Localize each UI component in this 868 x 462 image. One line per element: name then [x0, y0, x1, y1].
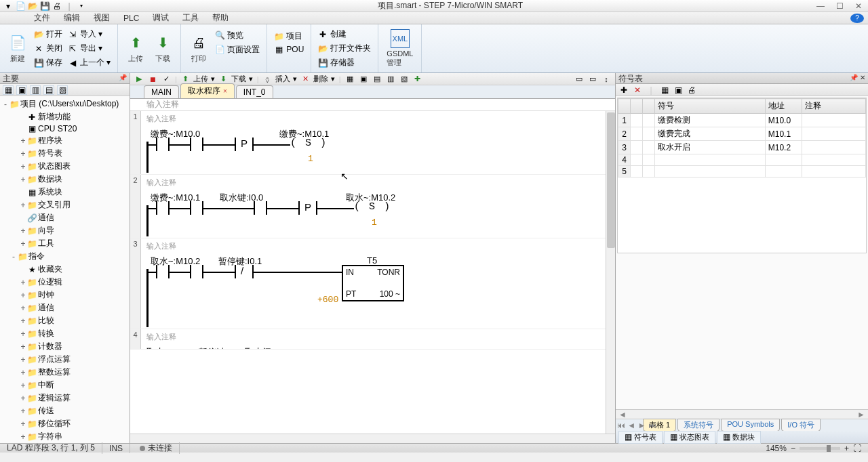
- tree-item[interactable]: +📁工具: [0, 237, 130, 250]
- program-comment[interactable]: 输入注释: [130, 99, 615, 111]
- tree-item[interactable]: +📁向导: [0, 224, 130, 237]
- editor-tab[interactable]: 取水程序×: [180, 83, 235, 98]
- lt-btn-2[interactable]: ▣: [16, 85, 27, 95]
- tb-insert-button[interactable]: ⎀插入 ▾: [262, 74, 298, 84]
- ribbon-export-button[interactable]: ⇱导出 ▾: [65, 42, 113, 55]
- close-button[interactable]: ✕: [852, 1, 865, 11]
- zoom-out-icon[interactable]: −: [791, 444, 795, 453]
- tb-misc-5[interactable]: ▧: [398, 75, 410, 84]
- rung-3[interactable]: 3 输入注释 取水~:M10.2 暂停键:I0.1: [130, 238, 615, 329]
- ladder-area[interactable]: 1 输入注释 缴费~:M10.0: [130, 111, 615, 434]
- tb-delete-button[interactable]: ✕删除 ▾: [300, 74, 336, 84]
- tree-item[interactable]: +📁交叉引用: [0, 198, 130, 211]
- zoom-slider[interactable]: [800, 447, 840, 450]
- lt-btn-1[interactable]: ▦: [3, 85, 14, 95]
- rt-btn-4[interactable]: ▣: [673, 85, 684, 95]
- ribbon-gsdml-button[interactable]: XML GSDML 管理: [382, 26, 417, 71]
- ribbon-storage-button[interactable]: 💾存储器: [315, 56, 374, 69]
- rung-4[interactable]: 4 输入注释 取水~:M10.2 暂停键:I0.1 取水阀:Q0.0: [130, 329, 615, 350]
- symbol-table[interactable]: 符号 地址 注释 1缴费检测M10.02缴费完成M10.13取水开启M10.24…: [617, 98, 867, 253]
- col-address[interactable]: 地址: [765, 99, 802, 114]
- tb-misc-1[interactable]: ▦: [344, 75, 356, 84]
- tb-compile-icon[interactable]: ✓: [160, 75, 172, 84]
- ribbon-save-button[interactable]: 💾保存: [31, 56, 65, 69]
- status-zoom[interactable]: 145%: [766, 444, 787, 453]
- vertical-scrollbar[interactable]: [606, 111, 615, 434]
- ribbon-close-button[interactable]: ✕关闭: [31, 42, 65, 55]
- tb-end-3[interactable]: ↕: [600, 75, 612, 84]
- symbol-row[interactable]: 3取水开启M10.2: [618, 141, 866, 154]
- rt-btn-2[interactable]: ✕: [632, 85, 643, 95]
- horizontal-scrollbar[interactable]: [130, 434, 615, 443]
- set-coil[interactable]: ( S ): [290, 138, 328, 149]
- ribbon-project-button[interactable]: 📁项目: [271, 30, 307, 43]
- symbol-row[interactable]: 4: [618, 154, 866, 166]
- menu-view[interactable]: 视图: [87, 12, 117, 24]
- tree-item[interactable]: +📁移位循环: [0, 417, 130, 430]
- tb-download-button[interactable]: ⬇下载 ▾: [218, 74, 254, 84]
- tree-item[interactable]: +📁逻辑运算: [0, 392, 130, 404]
- tree-item[interactable]: +📁转换: [0, 327, 130, 340]
- ribbon-new-button[interactable]: 📄 新建: [4, 26, 31, 71]
- col-symbol[interactable]: 符号: [655, 99, 766, 114]
- symbol-tab[interactable]: POU Symbols: [721, 419, 780, 432]
- minimize-button[interactable]: —: [814, 1, 827, 11]
- symbol-row[interactable]: 5: [618, 166, 866, 177]
- qat-save-icon[interactable]: 💾: [39, 1, 50, 12]
- tree-item[interactable]: +📁比较: [0, 314, 130, 327]
- tree-item[interactable]: +📁传送: [0, 404, 130, 417]
- menu-file[interactable]: 文件: [27, 12, 57, 24]
- timer-block[interactable]: INTONR PT100 ~: [342, 265, 404, 301]
- tb-misc-2[interactable]: ▣: [357, 75, 370, 84]
- help-icon[interactable]: ?: [850, 14, 864, 23]
- tab-close-icon[interactable]: ×: [223, 87, 227, 95]
- maximize-button[interactable]: ☐: [833, 1, 846, 11]
- tree-item[interactable]: +📁位逻辑: [0, 276, 130, 289]
- tb-misc-4[interactable]: ▥: [384, 75, 397, 84]
- tree-item[interactable]: +📁中断: [0, 379, 130, 392]
- tb-end-2[interactable]: ▭: [587, 75, 599, 84]
- footer-button[interactable]: ▦ 数据块: [717, 431, 761, 444]
- menu-edit[interactable]: 编辑: [57, 12, 87, 24]
- menu-help[interactable]: 帮助: [205, 12, 235, 24]
- ribbon-pou-button[interactable]: ▦POU: [271, 44, 307, 55]
- ribbon-prev-button[interactable]: ◀上一个 ▾: [65, 56, 113, 69]
- pin-icon[interactable]: 📌: [119, 74, 127, 81]
- tree-item[interactable]: +📁符号表: [0, 147, 130, 160]
- lt-btn-3[interactable]: ▥: [30, 85, 41, 95]
- qat-new-icon[interactable]: 📄: [15, 1, 26, 12]
- set-coil[interactable]: ( S ): [354, 201, 391, 213]
- rung-1[interactable]: 1 输入注释 缴费~:M10.0: [130, 111, 615, 175]
- qat-print-icon[interactable]: 🖨: [52, 1, 62, 12]
- symbol-tab[interactable]: I/O 符号: [781, 419, 821, 432]
- tree-item[interactable]: +📁程序块: [0, 134, 130, 147]
- tree-item[interactable]: -📁指令: [0, 250, 130, 263]
- qat-dropdown-icon[interactable]: ▾: [76, 1, 87, 12]
- tb-upload-button[interactable]: ⬆上传 ▾: [180, 74, 216, 84]
- qat-menu-icon[interactable]: ▾: [3, 1, 14, 12]
- footer-button[interactable]: ▦ 符号表: [618, 431, 663, 444]
- zoom-in-icon[interactable]: +: [844, 444, 849, 453]
- symbol-row[interactable]: 2缴费完成M10.1: [618, 127, 866, 141]
- menu-tools[interactable]: 工具: [176, 12, 205, 24]
- tree-item[interactable]: +📁浮点运算: [0, 353, 130, 366]
- tb-misc-6[interactable]: ✚: [412, 75, 424, 84]
- tree-item[interactable]: +📁数据块: [0, 173, 130, 186]
- col-comment[interactable]: 注释: [802, 99, 865, 114]
- ribbon-import-button[interactable]: ⇲导入 ▾: [65, 28, 113, 41]
- rung-2[interactable]: 2 输入注释 缴费~:M10.1 取水键:I0.0: [130, 175, 615, 238]
- ribbon-open-button[interactable]: 📂打开: [31, 28, 65, 41]
- editor-tab[interactable]: MAIN: [144, 85, 179, 98]
- right-h-scrollbar[interactable]: ◄ ►: [616, 409, 868, 419]
- ribbon-openfolder-button[interactable]: 📂打开文件夹: [315, 42, 374, 55]
- ribbon-upload-button[interactable]: ⬆ 上传: [122, 26, 149, 71]
- lt-btn-4[interactable]: ▤: [43, 85, 54, 95]
- project-tree[interactable]: - 📁 项目 (C:\Users\xu\Desktop) ✚新增功能▣CPU S…: [0, 96, 130, 443]
- tree-item[interactable]: +📁时钟: [0, 289, 130, 301]
- pin-icon[interactable]: 📌 ✕: [850, 74, 865, 81]
- tree-item[interactable]: ★收藏夹: [0, 263, 130, 276]
- symbol-row[interactable]: 1缴费检测M10.0: [618, 114, 866, 127]
- ribbon-create-button[interactable]: ✚创建: [315, 28, 374, 41]
- tb-run-icon[interactable]: ▶: [133, 75, 145, 84]
- footer-button[interactable]: ▦ 状态图表: [664, 431, 715, 444]
